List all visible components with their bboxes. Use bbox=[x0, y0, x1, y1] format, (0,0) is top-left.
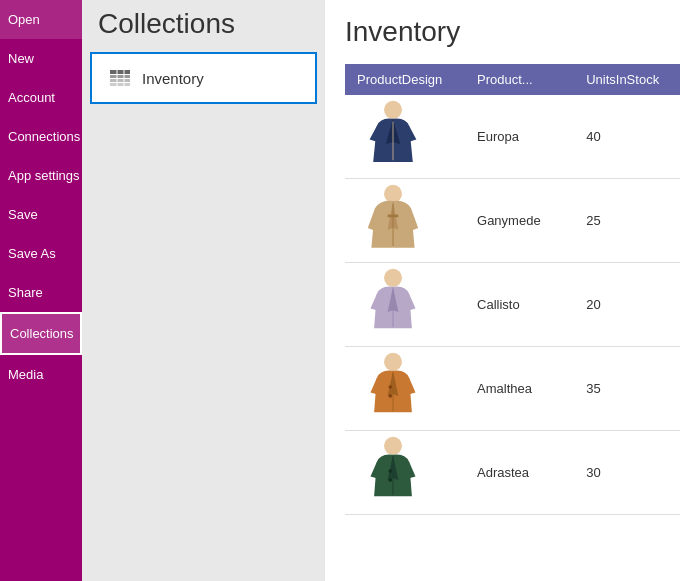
product-name-cell: Callisto bbox=[465, 263, 574, 347]
middle-panel: Collections Inventory bbox=[82, 0, 325, 581]
sidebar-item-connections[interactable]: Connections bbox=[0, 117, 82, 156]
table-row: Adrastea30 bbox=[345, 431, 680, 515]
svg-point-17 bbox=[384, 437, 402, 455]
table-icon bbox=[108, 68, 132, 88]
product-design-cell bbox=[345, 263, 465, 347]
sidebar: Open New Account Connections App setting… bbox=[0, 0, 82, 581]
table-row: Callisto20 bbox=[345, 263, 680, 347]
sidebar-item-share[interactable]: Share bbox=[0, 273, 82, 312]
product-design-cell bbox=[345, 347, 465, 431]
sidebar-item-open[interactable]: Open bbox=[0, 0, 82, 39]
svg-rect-2 bbox=[110, 79, 130, 82]
product-design-cell bbox=[345, 431, 465, 515]
svg-rect-3 bbox=[110, 83, 130, 86]
units-in-stock-cell: 20 bbox=[574, 263, 680, 347]
product-design-cell bbox=[345, 95, 465, 179]
units-in-stock-cell: 25 bbox=[574, 179, 680, 263]
sidebar-item-collections[interactable]: Collections bbox=[0, 312, 82, 355]
sidebar-item-new[interactable]: New bbox=[0, 39, 82, 78]
table-row: Ganymede25 bbox=[345, 179, 680, 263]
svg-point-13 bbox=[384, 353, 402, 371]
inventory-label: Inventory bbox=[142, 70, 204, 87]
svg-point-15 bbox=[389, 385, 393, 389]
col-units-in-stock: UnitsInStock bbox=[574, 64, 680, 95]
svg-point-8 bbox=[384, 185, 402, 203]
product-name-cell: Europa bbox=[465, 95, 574, 179]
sidebar-item-save-as[interactable]: Save As bbox=[0, 234, 82, 273]
inventory-collection-item[interactable]: Inventory bbox=[90, 52, 317, 104]
col-product-name: Product... bbox=[465, 64, 574, 95]
svg-point-11 bbox=[384, 269, 402, 287]
product-name-cell: Amalthea bbox=[465, 347, 574, 431]
svg-point-6 bbox=[384, 101, 402, 119]
page-title: Inventory bbox=[345, 16, 680, 48]
product-name-cell: Ganymede bbox=[465, 179, 574, 263]
svg-rect-1 bbox=[110, 75, 130, 78]
table-header-row: ProductDesign Product... UnitsInStock bbox=[345, 64, 680, 95]
product-name-cell: Adrastea bbox=[465, 431, 574, 515]
sidebar-item-save[interactable]: Save bbox=[0, 195, 82, 234]
col-product-design: ProductDesign bbox=[345, 64, 465, 95]
svg-point-16 bbox=[389, 394, 393, 398]
inventory-table: ProductDesign Product... UnitsInStock Eu… bbox=[345, 64, 680, 515]
table-row: Europa40 bbox=[345, 95, 680, 179]
svg-point-19 bbox=[389, 469, 393, 473]
middle-panel-title: Collections bbox=[82, 0, 325, 52]
main-content: Inventory ProductDesign Product... Units… bbox=[325, 0, 700, 581]
product-design-cell bbox=[345, 179, 465, 263]
table-row: Amalthea35 bbox=[345, 347, 680, 431]
units-in-stock-cell: 35 bbox=[574, 347, 680, 431]
sidebar-item-app-settings[interactable]: App settings bbox=[0, 156, 82, 195]
units-in-stock-cell: 30 bbox=[574, 431, 680, 515]
svg-rect-0 bbox=[110, 70, 130, 74]
sidebar-item-media[interactable]: Media bbox=[0, 355, 82, 394]
svg-point-20 bbox=[389, 478, 393, 482]
units-in-stock-cell: 40 bbox=[574, 95, 680, 179]
sidebar-item-account[interactable]: Account bbox=[0, 78, 82, 117]
